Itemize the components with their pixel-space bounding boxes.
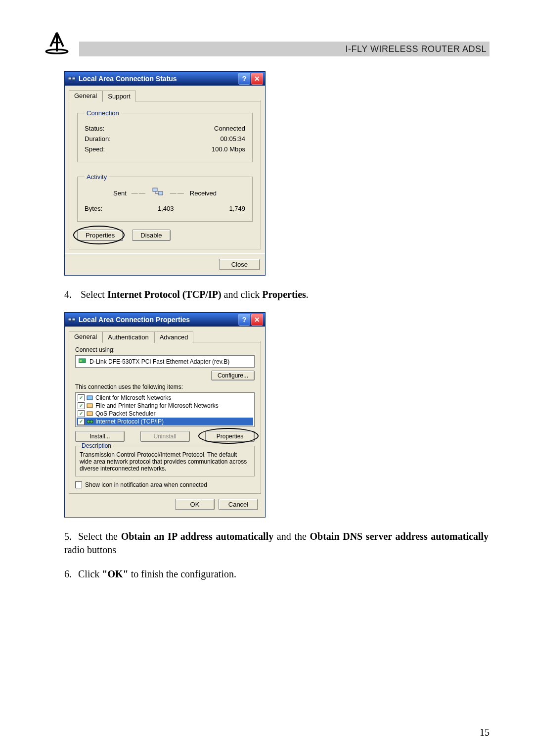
text: to finish the configuration. — [129, 568, 236, 579]
svg-rect-6 — [153, 188, 157, 191]
cancel-button[interactable]: Cancel — [219, 499, 258, 510]
text-bold: Obtain DNS server address automatically — [310, 531, 489, 542]
bytes-label: Bytes: — [85, 205, 102, 212]
svg-rect-2 — [72, 77, 75, 80]
configure-button[interactable]: Configure... — [211, 371, 255, 380]
client-icon — [87, 395, 93, 401]
svg-rect-17 — [87, 412, 92, 416]
speed-value: 100.0 Mbps — [212, 145, 245, 153]
service-icon — [87, 403, 93, 409]
status-titlebar: Local Area Connection Status ? ✕ — [65, 72, 265, 86]
bytes-received: 1,749 — [191, 205, 245, 212]
show-icon-checkbox[interactable] — [75, 481, 82, 488]
text-bold: Internet Protocol (TCP/IP) — [107, 289, 222, 300]
nic-icon — [79, 358, 87, 365]
item-properties-button[interactable]: Properties — [205, 431, 255, 442]
close-button[interactable]: Close — [219, 259, 260, 270]
connect-using-label: Connect using: — [75, 346, 255, 353]
duration-value: 00:05:34 — [220, 135, 245, 142]
text: radio buttons — [64, 544, 116, 555]
protocol-icon — [87, 419, 93, 425]
received-label: Received — [190, 189, 217, 197]
activity-icon — [151, 187, 165, 200]
activity-legend: Activity — [85, 173, 109, 181]
adapter-field: D-Link DFE-530TX PCI Fast Ethernet Adapt… — [75, 355, 255, 368]
tab-general[interactable]: General — [69, 331, 102, 342]
close-x-button[interactable]: ✕ — [251, 314, 263, 326]
text-bold: Properties — [262, 289, 306, 300]
item-label: File and Printer Sharing for Microsoft N… — [95, 402, 219, 409]
text: . — [306, 289, 309, 300]
list-item[interactable]: File and Printer Sharing for Microsoft N… — [77, 402, 253, 410]
list-item-selected[interactable]: Internet Protocol (TCP/IP) — [77, 418, 253, 425]
adapter-name: D-Link DFE-530TX PCI Fast Ethernet Adapt… — [89, 358, 229, 365]
svg-rect-14 — [80, 360, 82, 362]
item-label: Client for Microsoft Networks — [95, 394, 171, 401]
logo — [44, 30, 79, 56]
status-window-title: Local Area Connection Status — [79, 75, 177, 83]
checkbox-icon[interactable] — [78, 418, 85, 425]
tab-support[interactable]: Support — [102, 91, 136, 102]
svg-point-19 — [90, 420, 93, 423]
instruction-4: 4. Select Internet Protocol (TCP/IP) and… — [64, 288, 490, 301]
dash-right: —— — [170, 189, 185, 197]
text-bold: Obtain an IP address automatically — [121, 531, 274, 542]
description-group: Description Transmission Control Protoco… — [75, 446, 255, 476]
uses-label: This connection uses the following items… — [75, 383, 255, 390]
checkbox-icon[interactable] — [78, 394, 85, 401]
ok-button[interactable]: OK — [175, 499, 215, 510]
duration-label: Duration: — [85, 135, 111, 142]
description-legend: Description — [80, 442, 113, 449]
tab-general[interactable]: General — [69, 90, 102, 101]
page-header: I-FLY WIRELESS ROUTER ADSL — [44, 30, 490, 56]
page-number: 15 — [480, 727, 490, 738]
checkbox-icon[interactable] — [78, 410, 85, 417]
connection-legend: Connection — [85, 109, 121, 117]
list-item[interactable]: QoS Packet Scheduler — [77, 410, 253, 418]
svg-rect-1 — [68, 77, 71, 80]
header-title: I-FLY WIRELESS ROUTER ADSL — [79, 42, 490, 56]
uninstall-button: Uninstall — [140, 431, 190, 442]
install-button[interactable]: Install... — [75, 431, 125, 442]
instruction-5: 5.Select the Obtain an IP address automa… — [64, 530, 490, 557]
item-label: QoS Packet Scheduler — [95, 410, 155, 417]
step-number: 4. — [64, 288, 78, 301]
tab-advanced[interactable]: Advanced — [154, 331, 194, 343]
status-label: Status: — [85, 125, 104, 132]
svg-rect-9 — [72, 318, 75, 321]
description-text: Transmission Control Protocol/Internet P… — [80, 451, 250, 472]
svg-rect-15 — [87, 396, 92, 400]
network-icon — [68, 316, 76, 324]
list-item[interactable]: Client for Microsoft Networks — [77, 394, 253, 402]
text: and click — [222, 289, 263, 300]
text: Select the — [78, 531, 121, 542]
connection-group: Connection Status:Connected Duration:00:… — [77, 109, 253, 162]
tab-authentication[interactable]: Authentication — [102, 331, 154, 343]
properties-window: Local Area Connection Properties ? ✕ Gen… — [64, 312, 266, 518]
props-window-title: Local Area Connection Properties — [79, 316, 190, 324]
text-bold: "OK" — [102, 568, 128, 579]
status-value: Connected — [214, 125, 245, 132]
dash-left: —— — [132, 189, 146, 197]
item-label: Internet Protocol (TCP/IP) — [95, 418, 164, 425]
text: and the — [273, 531, 310, 542]
help-button[interactable]: ? — [238, 73, 250, 85]
activity-group: Activity Sent —— —— Received Bytes: 1,40… — [77, 173, 253, 222]
speed-label: Speed: — [85, 145, 105, 153]
bytes-sent: 1,403 — [120, 205, 174, 212]
show-icon-label: Show icon in notification area when conn… — [85, 481, 207, 488]
close-x-button[interactable]: ✕ — [251, 73, 263, 85]
status-window: Local Area Connection Status ? ✕ General… — [64, 71, 266, 276]
step-number: 5. — [64, 530, 78, 543]
disable-button[interactable]: Disable — [132, 230, 170, 241]
svg-rect-8 — [68, 318, 71, 321]
props-titlebar: Local Area Connection Properties ? ✕ — [65, 313, 265, 327]
svg-point-18 — [87, 420, 90, 423]
svg-rect-16 — [87, 404, 92, 408]
network-icon — [68, 75, 76, 83]
help-button[interactable]: ? — [238, 314, 250, 326]
properties-button[interactable]: Properties — [77, 230, 123, 241]
items-list[interactable]: Client for Microsoft Networks File and P… — [75, 392, 255, 427]
checkbox-icon[interactable] — [78, 402, 85, 409]
sent-label: Sent — [113, 189, 127, 197]
